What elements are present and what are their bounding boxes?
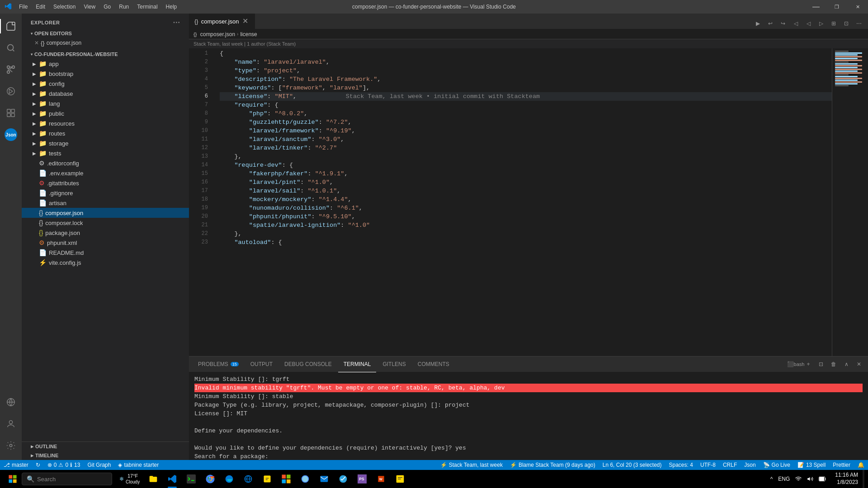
open-changes[interactable]: ◁ [790, 18, 801, 29]
menu-go[interactable]: Go [100, 3, 114, 11]
open-in-browser[interactable]: ⊞ [828, 18, 839, 29]
code-content[interactable]: { "name": "laravel/laravel", "type": "pr… [212, 48, 832, 356]
status-branch[interactable]: ⎇ master [0, 460, 32, 470]
activity-settings[interactable] [0, 435, 22, 456]
menu-terminal[interactable]: Terminal [133, 3, 161, 11]
tab-debug-console[interactable]: DEBUG CONSOLE [279, 357, 337, 372]
minimize-button[interactable]: — [806, 0, 826, 14]
tree-item-storage[interactable]: ▶ 📁 storage [22, 138, 189, 148]
open-file-composer-json[interactable]: ✕ {} composer.json [22, 38, 189, 48]
menu-bar[interactable]: File Edit Selection View Go Run Terminal… [15, 3, 180, 11]
status-language[interactable]: Json [741, 460, 759, 470]
tree-item-composer-json[interactable]: {} composer.json [22, 208, 189, 218]
status-notifications[interactable]: 🔔 [854, 460, 868, 470]
tree-item-app[interactable]: ▶ 📁 app [22, 59, 189, 69]
tree-item-gitignore[interactable]: 📄 .gitignore [22, 188, 189, 198]
activity-remote[interactable] [0, 391, 22, 413]
project-section[interactable]: ▾ CO-FUNDER-PERSONAL-WEBSITE [22, 50, 189, 59]
taskbar-files[interactable] [258, 470, 276, 488]
debug-forward[interactable]: ↪ [778, 18, 788, 29]
status-encoding[interactable]: UTF-8 [697, 460, 719, 470]
tray-volume[interactable] [805, 476, 815, 482]
tree-item-public[interactable]: ▶ 📁 public [22, 108, 189, 118]
tab-gitlens[interactable]: GITLENS [377, 357, 411, 372]
trash-terminal[interactable]: 🗑 [828, 359, 839, 370]
tree-item-tests[interactable]: ▶ 📁 tests [22, 148, 189, 158]
open-editors-section[interactable]: ▾ OPEN EDITORS [22, 29, 189, 38]
tree-item-config[interactable]: ▶ 📁 config [22, 79, 189, 89]
breadcrumb-file[interactable]: {} composer.json [193, 31, 235, 38]
tree-item-composer-lock[interactable]: {} composer.lock [22, 218, 189, 228]
activity-extensions[interactable] [0, 102, 22, 124]
status-spaces[interactable]: Spaces: 4 [665, 460, 697, 470]
close-button[interactable]: ✕ [847, 0, 868, 14]
taskbar-phpstorm[interactable]: PS [353, 470, 371, 488]
split-editor[interactable]: ⊡ [841, 18, 852, 29]
status-spell[interactable]: 📝 13 Spell [794, 460, 829, 470]
split-terminal[interactable]: ⊡ [816, 359, 826, 370]
tree-item-package-json[interactable]: {} package.json [22, 228, 189, 238]
taskbar-store[interactable] [277, 470, 295, 488]
tree-item-viteconfig[interactable]: ⚡ vite.config.js [22, 258, 189, 267]
code-editor[interactable]: 1 2 3 4 5 6 7 8 9 10 11 12 13 14 15 16 1 [189, 48, 868, 356]
timeline-section[interactable]: ▶ TIMELINE [22, 451, 189, 460]
menu-edit[interactable]: Edit [32, 3, 49, 11]
breadcrumb-section[interactable]: license [240, 31, 257, 38]
status-tabnine[interactable]: ◈ tabnine starter [114, 460, 162, 470]
tree-item-artisan[interactable]: 📄 artisan [22, 198, 189, 208]
menu-help[interactable]: Help [162, 3, 181, 11]
tree-item-resources[interactable]: ▶ 📁 resources [22, 118, 189, 128]
window-controls[interactable]: — ❐ ✕ [806, 0, 868, 14]
taskbar-email[interactable] [315, 470, 333, 488]
tray-battery[interactable] [817, 476, 828, 482]
new-terminal-button[interactable]: ⬛ bash [790, 359, 801, 370]
taskbar-internet[interactable] [296, 470, 314, 488]
tab-output[interactable]: OUTPUT [245, 357, 278, 372]
tray-chevron[interactable]: ^ [769, 476, 775, 482]
taskbar-vscode[interactable] [163, 470, 181, 488]
tree-item-lang[interactable]: ▶ 📁 lang [22, 99, 189, 108]
menu-view[interactable]: View [80, 3, 99, 11]
tab-problems[interactable]: PROBLEMS 15 [193, 357, 244, 372]
taskbar-file-explorer[interactable] [144, 470, 162, 488]
status-go-live[interactable]: 📡 Go Live [760, 460, 794, 470]
status-position[interactable]: Ln 6, Col 20 (3 selected) [599, 460, 665, 470]
taskbar-sticky[interactable] [391, 470, 409, 488]
tab-terminal[interactable]: TERMINAL [338, 357, 377, 372]
tray-lang[interactable]: ENG [776, 476, 792, 482]
nav-prev[interactable]: ◁ [803, 18, 814, 29]
debug-back[interactable]: ↩ [765, 18, 776, 29]
outline-section[interactable]: ▶ OUTLINE [22, 441, 189, 451]
status-git-graph[interactable]: Git Graph [84, 460, 114, 470]
status-stack-team[interactable]: ⚡ Stack Team, last week [437, 460, 506, 470]
menu-selection[interactable]: Selection [50, 3, 79, 11]
status-prettier[interactable]: Prettier [829, 460, 854, 470]
taskbar-ie[interactable] [239, 470, 257, 488]
activity-debug[interactable] [0, 80, 22, 102]
taskbar-edge[interactable] [220, 470, 238, 488]
taskbar-weather[interactable]: ❄ 17°F Cloudy [116, 470, 143, 488]
tree-item-bootstrap[interactable]: ▶ 📁 bootstrap [22, 69, 189, 79]
tree-item-gitattributes[interactable]: ⚙ .gitattributes [22, 178, 189, 188]
run-button[interactable]: ▶ [752, 18, 763, 29]
explorer-more[interactable]: ⋯ [173, 18, 180, 27]
taskbar-terminal[interactable] [182, 470, 200, 488]
add-terminal[interactable]: + [803, 359, 814, 370]
tree-item-phpunit[interactable]: ⚙ phpunit.xml [22, 238, 189, 248]
start-button[interactable] [4, 470, 22, 488]
activity-json[interactable]: Json [0, 124, 22, 145]
nav-next[interactable]: ▷ [816, 18, 826, 29]
status-sync[interactable]: ↻ [32, 460, 44, 470]
close-file-icon[interactable]: ✕ [34, 40, 39, 46]
tree-item-editorconfig[interactable]: ⚙ .editorconfig [22, 158, 189, 168]
maximize-button[interactable]: ❐ [826, 0, 847, 14]
taskbar-chrome[interactable] [201, 470, 219, 488]
tree-item-database[interactable]: ▶ 📁 database [22, 89, 189, 99]
status-blame[interactable]: ⚡ Blame Stack Team (9 days ago) [506, 460, 599, 470]
tree-item-readme[interactable]: 📄 README.md [22, 248, 189, 258]
taskbar-clock[interactable]: 11:16 AM 1/8/2023 [831, 472, 862, 486]
status-line-ending[interactable]: CRLF [719, 460, 741, 470]
menu-file[interactable]: File [15, 3, 31, 11]
close-panel[interactable]: ✕ [854, 359, 864, 370]
activity-search[interactable] [0, 37, 22, 59]
